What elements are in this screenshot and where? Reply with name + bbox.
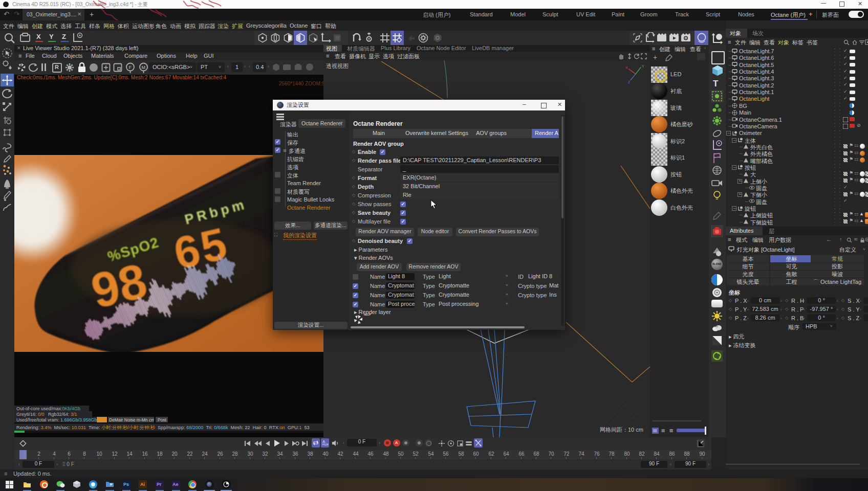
svg-text:RES: RES xyxy=(714,325,719,328)
svg-text:M: M xyxy=(142,65,146,70)
svg-text:F: F xyxy=(129,65,132,70)
